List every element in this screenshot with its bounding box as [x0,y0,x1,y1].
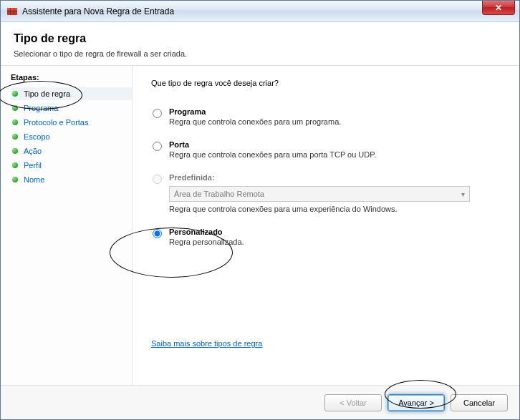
back-button: < Voltar [324,394,382,411]
main-panel: Que tipo de regra você deseja criar? Pro… [133,66,519,385]
steps-list: Tipo de regra Programa Protocolo e Porta… [11,87,132,186]
radio-custom[interactable] [153,229,162,238]
firewall-icon [6,6,18,17]
titlebar: Assistente para Nova Regra de Entrada ✕ [1,1,519,22]
step-perfil[interactable]: Perfil [11,159,132,172]
svg-rect-4 [14,8,14,15]
window-title: Assistente para Nova Regra de Entrada [22,6,482,16]
step-acao[interactable]: Ação [11,145,132,157]
wizard-window: Assistente para Nova Regra de Entrada ✕ … [0,0,520,420]
step-escopo[interactable]: Escopo [11,130,132,143]
rule-type-prompt: Que tipo de regra você deseja criar? [151,79,505,87]
steps-heading: Etapas: [11,73,132,82]
page-subtitle: Selecionar o tipo de regra de firewall a… [14,49,506,58]
svg-rect-2 [7,11,17,12]
radio-predefined[interactable] [153,175,162,184]
option-desc: Regra que controla conexões para um prog… [169,117,505,126]
close-icon: ✕ [495,3,502,13]
radio-program[interactable] [153,109,162,118]
option-custom[interactable]: Personalizado Regra personalizada. [151,228,505,246]
wizard-footer: < Voltar Avançar > Cancelar [1,385,519,419]
step-protocolo-e-portas[interactable]: Protocolo e Portas [11,116,132,129]
step-label: Ação [24,147,42,155]
learn-more-link[interactable]: Saiba mais sobre tipos de regra [151,339,505,348]
option-desc: Regra personalizada. [169,238,505,246]
bullet-icon [12,119,18,125]
option-title: Personalizado [169,228,505,236]
step-tipo-de-regra[interactable]: Tipo de regra [11,87,132,100]
bullet-icon [12,177,18,182]
option-desc: Regra que controla conexões para uma por… [169,150,505,159]
svg-rect-3 [10,8,11,15]
bullet-icon [12,91,18,97]
page-header: Tipo de regra Selecionar o tipo de regra… [1,22,519,66]
bullet-icon [12,134,18,140]
page-title: Tipo de regra [14,32,506,45]
wizard-body: Etapas: Tipo de regra Programa Protocolo… [1,66,519,385]
rule-type-options: Programa Regra que controla conexões par… [151,107,505,246]
option-title: Porta [169,140,505,149]
step-label: Perfil [24,161,42,170]
bullet-icon [12,162,18,168]
bullet-icon [12,148,18,154]
option-predefined[interactable]: Predefinida: Área de Trabalho Remota ▾ R… [151,173,505,213]
close-button[interactable]: ✕ [482,1,515,15]
svg-rect-1 [7,8,17,10]
option-title: Predefinida: [169,173,505,182]
step-label: Escopo [24,132,50,141]
next-button[interactable]: Avançar > [387,394,445,411]
option-title: Programa [169,107,505,116]
step-programa[interactable]: Programa [11,102,132,114]
radio-port[interactable] [153,142,162,151]
step-label: Protocolo e Portas [24,118,89,127]
step-nome[interactable]: Nome [11,173,132,186]
cancel-button[interactable]: Cancelar [451,394,508,411]
predefined-select: Área de Trabalho Remota ▾ [169,186,470,202]
step-label: Nome [24,175,44,184]
chevron-down-icon: ▾ [461,190,465,198]
step-label: Programa [24,104,58,112]
predefined-select-value: Área de Trabalho Remota [174,190,264,198]
option-desc: Regra que controla conexões para uma exp… [169,205,505,213]
option-program[interactable]: Programa Regra que controla conexões par… [151,107,505,126]
option-port[interactable]: Porta Regra que controla conexões para u… [151,140,505,159]
step-label: Tipo de regra [24,89,70,98]
bullet-icon [12,105,18,111]
steps-sidebar: Etapas: Tipo de regra Programa Protocolo… [1,66,133,385]
